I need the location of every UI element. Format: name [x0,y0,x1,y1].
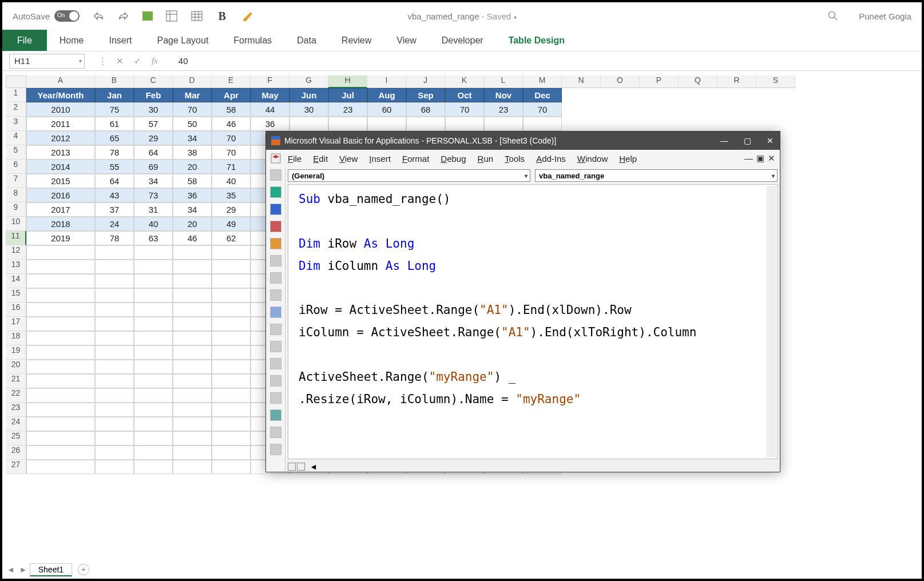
row-header-20[interactable]: 20 [6,360,26,374]
tab-file[interactable]: File [2,30,47,51]
vbe-menu-file[interactable]: File [283,153,306,165]
col-header-N[interactable]: N [562,75,601,88]
vbe-tool-indent-icon[interactable] [270,444,281,455]
cell[interactable]: 2014 [26,160,95,174]
redo-icon[interactable] [117,10,130,22]
col-header-C[interactable]: C [134,75,173,88]
tab-data[interactable]: Data [284,30,329,51]
table-header[interactable]: Jun [290,88,328,102]
cell[interactable]: 68 [406,102,445,117]
vbe-tool-breakpoint-icon[interactable] [270,375,281,387]
cell[interactable]: 30 [290,102,328,117]
col-header-I[interactable]: I [367,75,406,88]
row-header-9[interactable]: 9 [6,202,26,217]
user-name[interactable]: Puneet Gogia [859,11,911,21]
cell[interactable]: 40 [212,174,251,188]
vbe-menu-help[interactable]: Help [614,153,641,165]
col-header-Q[interactable]: Q [679,75,717,88]
vbe-tool-design-mode-icon[interactable] [270,169,281,181]
bold-icon[interactable]: B [216,10,228,22]
full-module-view-icon[interactable] [297,463,305,471]
col-header-S[interactable]: S [756,75,795,88]
col-header-M[interactable]: M [523,75,562,88]
vbe-menu-add-ins[interactable]: Add-Ins [532,153,570,165]
row-header-1[interactable]: 1 [6,88,26,102]
cell[interactable]: 2016 [26,188,95,202]
cell[interactable]: 34 [173,202,212,217]
col-header-A[interactable]: A [26,75,95,88]
tab-page-layout[interactable]: Page Layout [144,30,221,51]
vbe-menu-window[interactable]: Window [573,153,612,165]
cell[interactable]: 46 [173,231,212,245]
cell[interactable]: 62 [212,231,251,245]
vbe-code-pane[interactable]: Sub vba_named_range() Dim iRow As Long D… [288,184,778,459]
tab-insert[interactable]: Insert [96,30,144,51]
cell[interactable]: 2013 [26,145,95,160]
cell[interactable]: 44 [251,102,290,117]
cell[interactable]: 43 [95,188,134,202]
row-header-8[interactable]: 8 [6,188,26,202]
cell[interactable]: 70 [212,145,251,160]
vbe-menu-edit[interactable]: Edit [308,153,332,165]
cell[interactable]: 49 [212,217,251,231]
undo-icon[interactable] [92,10,105,22]
row-header-18[interactable]: 18 [6,331,26,345]
tab-formulas[interactable]: Formulas [221,30,284,51]
cell[interactable] [367,117,406,131]
table-header[interactable]: Year/Month [26,88,95,102]
vbe-tool-bookmarks-icon[interactable] [270,392,281,404]
vbe-tool-step-out-icon[interactable] [270,289,281,301]
col-header-L[interactable]: L [484,75,523,88]
add-sheet-icon[interactable]: ＋ [78,564,89,575]
cell[interactable]: 29 [212,202,251,217]
table-header[interactable]: Sep [406,88,445,102]
cell[interactable]: 78 [95,145,134,160]
autosave-toggle[interactable]: AutoSave On [13,10,80,22]
vbe-tool-locals-icon[interactable] [270,324,281,335]
cell[interactable]: 71 [212,160,251,174]
cell[interactable]: 70 [173,102,212,117]
cell[interactable]: 64 [95,174,134,188]
cell[interactable]: 55 [95,160,134,174]
col-header-J[interactable]: J [406,75,445,88]
cell[interactable]: 70 [212,131,251,145]
vbe-menu-view[interactable]: View [335,153,362,165]
cell[interactable]: 2011 [26,117,95,131]
cell[interactable]: 61 [95,117,134,131]
cell[interactable]: 60 [367,102,406,117]
mdi-minimize-icon[interactable]: — [744,153,753,164]
mdi-close-icon[interactable]: ✕ [768,153,775,164]
close-icon[interactable]: ✕ [765,136,775,145]
cell[interactable]: 40 [134,217,173,231]
select-all-corner[interactable] [6,75,26,88]
col-header-P[interactable]: P [640,75,679,88]
row-header-21[interactable]: 21 [6,374,26,388]
cell[interactable] [523,117,562,131]
cell[interactable]: 57 [134,117,173,131]
row-header-10[interactable]: 10 [6,217,26,231]
table-header[interactable]: Nov [484,88,523,102]
table-header[interactable]: Feb [134,88,173,102]
cell[interactable] [328,117,367,131]
name-box[interactable]: H11 ▾ [9,54,85,69]
cell[interactable]: 35 [212,188,251,202]
row-header-26[interactable]: 26 [6,445,26,460]
row-header-7[interactable]: 7 [6,174,26,188]
fill-color-icon[interactable] [142,11,153,21]
enter-icon[interactable]: ✓ [134,56,141,66]
col-header-H[interactable]: H [328,75,367,88]
cell[interactable]: 23 [328,102,367,117]
row-header-27[interactable]: 27 [6,460,26,474]
col-header-D[interactable]: D [173,75,212,88]
cell[interactable]: 29 [134,131,173,145]
vbe-titlebar[interactable]: Microsoft Visual Basic for Applications … [266,132,780,150]
cell[interactable]: 73 [134,188,173,202]
table-header[interactable]: Apr [212,88,251,102]
row-header-16[interactable]: 16 [6,303,26,317]
tab-view[interactable]: View [384,30,429,51]
cell[interactable]: 38 [173,145,212,160]
cell[interactable]: 34 [134,174,173,188]
cell[interactable]: 30 [134,102,173,117]
cell[interactable]: 37 [95,202,134,217]
cell[interactable] [406,117,445,131]
